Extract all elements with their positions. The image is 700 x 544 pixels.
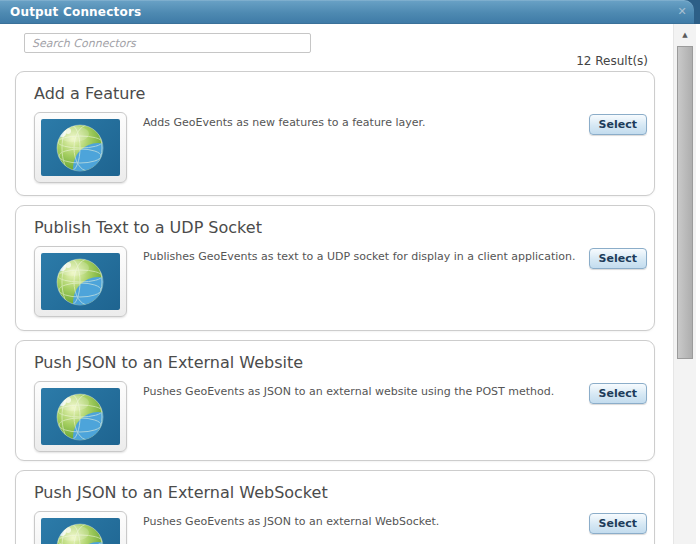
scroll-thumb[interactable] <box>677 46 693 359</box>
close-icon[interactable]: ✕ <box>675 5 689 19</box>
connector-thumbnail <box>34 381 127 452</box>
connector-card: Add a Feature <box>15 71 655 196</box>
search-input[interactable] <box>24 33 311 53</box>
select-button[interactable]: Select <box>589 513 647 534</box>
select-button[interactable]: Select <box>589 114 647 135</box>
connector-title: Add a Feature <box>34 84 650 103</box>
connector-description: Pushes GeoEvents as JSON to an external … <box>127 381 589 400</box>
globe-icon <box>41 253 120 310</box>
scrollbar[interactable]: ▲ <box>673 24 696 544</box>
globe-icon <box>41 518 120 544</box>
connector-card: Push JSON to an External WebSocket <box>15 470 655 544</box>
connector-description: Adds GeoEvents as new features to a feat… <box>127 112 589 131</box>
dialog-title: Output Connectors <box>0 0 694 24</box>
connector-thumbnail <box>34 246 127 317</box>
connector-card: Push JSON to an External Website <box>15 340 655 461</box>
globe-icon <box>41 388 120 445</box>
results-count: 12 Result(s) <box>0 54 648 68</box>
connector-title: Push JSON to an External WebSocket <box>34 483 650 502</box>
dialog-titlebar: Output Connectors ✕ <box>0 0 694 24</box>
connector-description: Publishes GeoEvents as text to a UDP soc… <box>127 246 589 265</box>
scroll-up-icon[interactable]: ▲ <box>676 27 694 43</box>
select-button[interactable]: Select <box>589 383 647 404</box>
connector-thumbnail <box>34 112 127 183</box>
connector-title: Publish Text to a UDP Socket <box>34 218 650 237</box>
connector-card: Publish Text to a UDP Socket <box>15 205 655 331</box>
select-button[interactable]: Select <box>589 248 647 269</box>
dialog-body: 12 Result(s) Add a Feature <box>0 24 700 544</box>
globe-icon <box>41 119 120 176</box>
connector-title: Push JSON to an External Website <box>34 353 650 372</box>
connector-thumbnail <box>34 511 127 544</box>
connector-description: Pushes GeoEvents as JSON to an external … <box>127 511 589 530</box>
